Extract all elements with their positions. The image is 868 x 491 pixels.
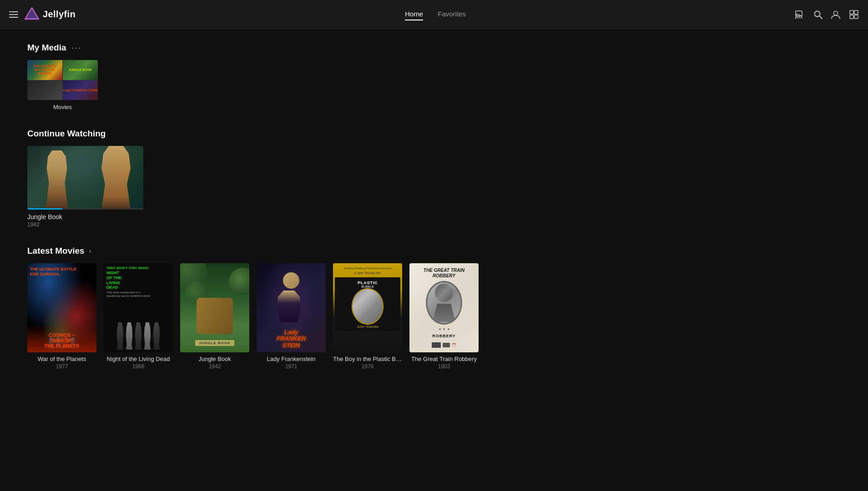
movies-mosaic: THE ULTIMATE BATTLE FOR SURVIVAL JUNGLE … <box>27 60 98 100</box>
continue-thumb-junglebook <box>27 146 143 210</box>
mosaic-cosmos: THE ULTIMATE BATTLE FOR SURVIVAL <box>27 60 62 80</box>
war-planets-inner: THE ULTIMATE BATTLEFOR SURVIVAL Cosmos –… <box>27 263 96 352</box>
continue-watching-title: Continue Watching <box>27 129 106 139</box>
body-shape <box>433 304 455 322</box>
jungle-book-inner: JUNGLE BOOK <box>180 263 249 352</box>
war-planets-year: 1977 <box>27 363 96 370</box>
great-train-inner: The Great TrainRobbery ✦ ✦ ✦ ROBBERY <box>409 263 479 352</box>
great-train-robbery-text: ROBBERY <box>432 334 456 338</box>
plastic-bub-subheader: A John Travolta Film <box>354 271 381 275</box>
media-card-movies[interactable]: THE ULTIMATE BATTLE FOR SURVIVAL JUNGLE … <box>27 60 98 110</box>
movie-poster-plastic-bub: Spelling-Goldberg Productions presents A… <box>333 263 402 352</box>
portrait-oval <box>352 288 384 325</box>
movie-poster-great-train: The Great TrainRobbery ✦ ✦ ✦ ROBBERY <box>409 263 479 352</box>
svg-line-8 <box>819 16 822 19</box>
night-dead-title-text: THEY WON'T STAY DEAD! <box>106 266 170 270</box>
movie-card-war-planets[interactable]: THE ULTIMATE BATTLEFOR SURVIVAL Cosmos –… <box>27 263 96 370</box>
svg-rect-12 <box>850 15 853 19</box>
plastic-bub-header: Spelling-Goldberg Productions presents <box>343 267 392 270</box>
logo-text: Jellyfin <box>43 9 76 20</box>
header: Jellyfin Home Favorites <box>0 0 868 29</box>
train-car-2 <box>443 343 450 347</box>
night-dead-year: 1968 <box>104 363 173 370</box>
night-dead-figures <box>106 298 170 350</box>
search-icon[interactable] <box>813 10 823 19</box>
continue-row: Jungle Book 1942 <box>27 146 841 228</box>
svg-rect-10 <box>850 10 853 14</box>
movie-poster-war-planets: THE ULTIMATE BATTLEFOR SURVIVAL Cosmos –… <box>27 263 96 352</box>
movie-card-jungle-book[interactable]: JUNGLE BOOK Jungle Book 1942 <box>180 263 249 370</box>
jellyfin-logo-icon <box>25 7 39 22</box>
face-circle <box>435 284 453 302</box>
continue-watching-section: Continue Watching <box>27 129 841 228</box>
plastic-bub-year: 1976 <box>333 363 402 370</box>
my-media-header: My Media ··· <box>27 43 841 53</box>
continue-watching-header: Continue Watching <box>27 129 841 139</box>
hamburger-icon[interactable] <box>9 10 18 19</box>
war-planets-main-title: Cosmos –War ofthe Planets <box>27 332 96 349</box>
plastic-bub-inner: Spelling-Goldberg Productions presents A… <box>333 263 402 352</box>
movie-card-plastic-bub[interactable]: Spelling-Goldberg Productions presents A… <box>333 263 402 370</box>
night-dead-inner: THEY WON'T STAY DEAD! NIGHTOF THELIVINGD… <box>104 263 173 352</box>
movie-poster-night-dead: THEY WON'T STAY DEAD! NIGHTOF THELIVINGD… <box>104 263 173 352</box>
svg-rect-11 <box>854 10 858 14</box>
svg-point-6 <box>795 17 797 19</box>
progress-fill <box>27 208 62 210</box>
main-content: My Media ··· THE ULTIMATE BATTLE FOR SUR… <box>0 29 868 415</box>
my-media-section: My Media ··· THE ULTIMATE BATTLE FOR SUR… <box>27 43 841 110</box>
war-planets-label: War of the Planets <box>27 356 96 362</box>
jungle-book-image <box>27 146 143 210</box>
header-right <box>795 10 859 20</box>
nav-home[interactable]: Home <box>405 8 423 20</box>
my-media-title: My Media <box>27 43 66 53</box>
jungle-book-year: 1942 <box>180 363 249 370</box>
portrait-face <box>353 289 383 324</box>
cast-icon[interactable] <box>795 10 805 19</box>
lady-frank-year: 1971 <box>257 363 326 370</box>
svg-rect-0 <box>9 11 18 12</box>
latest-movies-header: Latest Movies › <box>27 246 841 256</box>
plastic-bub-label: The Boy in the Plastic Bub <box>333 356 402 362</box>
movie-card-great-train[interactable]: The Great TrainRobbery ✦ ✦ ✦ ROBBERY <box>409 263 479 370</box>
train-car-1 <box>432 342 441 348</box>
great-train-deco: ✦ ✦ ✦ <box>438 327 449 331</box>
night-dead-label: Night of the Living Dead <box>104 356 173 362</box>
great-train-label: The Great Train Robbery <box>409 356 479 362</box>
my-media-grid: THE ULTIMATE BATTLE FOR SURVIVAL JUNGLE … <box>27 60 841 110</box>
movies-label: Movies <box>53 104 72 110</box>
profile-icon[interactable] <box>831 10 841 20</box>
latest-movies-section: Latest Movies › THE ULTIMATE BATTLEFOR S… <box>27 246 841 370</box>
great-train-portrait <box>426 281 462 325</box>
lady-frank-title-text: LadyFRANKENSTEIN <box>277 329 306 349</box>
svg-rect-1 <box>9 14 18 15</box>
jungle-book-banner: JUNGLE BOOK <box>195 340 234 346</box>
svg-rect-13 <box>854 15 858 19</box>
continue-title: Jungle Book <box>27 213 62 220</box>
lady-frank-label: Lady Frankenstein <box>257 356 326 362</box>
movie-poster-lady-frank: LadyFRANKENSTEIN <box>257 263 326 352</box>
great-train-title-text: The Great TrainRobbery <box>424 268 464 279</box>
plastic-bub-sub: BUBBLE <box>361 285 374 288</box>
svg-rect-2 <box>9 17 18 18</box>
my-media-more-icon[interactable]: ··· <box>72 43 81 53</box>
grid-icon[interactable] <box>849 10 859 20</box>
mosaic-lady: Lady FRANKEN-STEIN <box>63 80 98 100</box>
continue-card-junglebook[interactable]: Jungle Book 1942 <box>27 146 143 228</box>
jungle-book-label: Jungle Book <box>180 356 249 362</box>
movie-card-lady-frank[interactable]: LadyFRANKENSTEIN Lady Frankenstein 1971 <box>257 263 326 370</box>
progress-bar <box>27 208 143 210</box>
plastic-bub-main: PLASTIC <box>358 280 378 285</box>
header-left: Jellyfin <box>9 7 76 22</box>
war-planets-title-text: THE ULTIMATE BATTLEFOR SURVIVAL <box>30 267 94 277</box>
nav-favorites[interactable]: Favorites <box>438 8 466 20</box>
latest-movies-title: Latest Movies <box>27 246 85 256</box>
latest-movies-chevron[interactable]: › <box>89 247 91 255</box>
movie-card-night-dead[interactable]: THEY WON'T STAY DEAD! NIGHTOF THELIVINGD… <box>104 263 173 370</box>
continue-year: 1942 <box>27 221 40 228</box>
mosaic-empty <box>27 80 62 100</box>
plastic-bub-name: John Travolta <box>357 325 378 329</box>
great-train-year: 1903 <box>409 363 479 370</box>
night-dead-subtitle: They keep coming back in abloodthirsty l… <box>106 291 170 298</box>
svg-rect-5 <box>796 11 802 16</box>
logo-area[interactable]: Jellyfin <box>25 7 76 22</box>
